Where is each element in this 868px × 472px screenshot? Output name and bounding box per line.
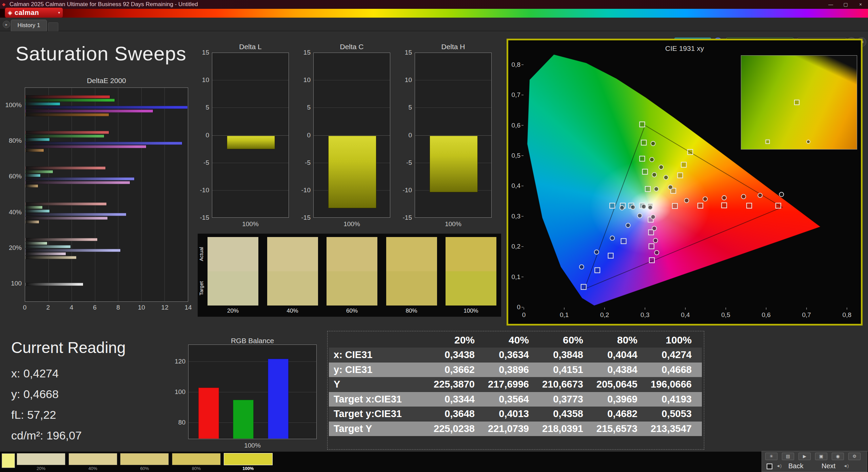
cie-plot-area: CIE 1931 xy 000,10,10,20,20,30,30,40,40,…	[508, 40, 861, 324]
close-button[interactable]: ×	[853, 0, 868, 9]
table-cell: 0,3773	[539, 392, 593, 407]
deltae-gridline	[95, 88, 95, 301]
cie-inset-zoom	[741, 55, 857, 150]
deltae-bar	[25, 213, 126, 216]
pattern-swatch-20%[interactable]	[17, 453, 65, 465]
reading-line: fL: 57,22	[11, 408, 56, 421]
calman-logo-text: calman	[15, 9, 39, 17]
table-cell: 0,4384	[593, 362, 648, 377]
saturation-data-table: 20%40%60%80%100%x: CIE310,34380,36340,38…	[327, 331, 704, 450]
swatch-target-80%[interactable]	[386, 271, 437, 306]
cie-x-tick: 0,7	[796, 311, 817, 319]
pattern-toggle-checkbox[interactable]	[767, 464, 772, 469]
deltaC-gridline	[314, 107, 390, 108]
cluster-icon-button[interactable]: ▶	[798, 453, 811, 460]
title-bar: ◆ Calman 2025 Calman Ultimate for Busine…	[0, 0, 868, 9]
swatch-target-60%[interactable]	[327, 271, 377, 306]
deltae-bar	[25, 184, 38, 188]
deltae-group-label: 60%	[0, 173, 22, 180]
swatch-actual-40%[interactable]	[267, 237, 318, 271]
cluster-icon-button[interactable]: ▣	[815, 453, 827, 460]
collapse-panel-button[interactable]: ▸	[3, 21, 10, 28]
rgb-title: RGB Balance	[188, 337, 317, 345]
deltae-gridline	[164, 88, 165, 301]
deltae-bar	[25, 206, 43, 209]
deltaL-y-tick: 15	[193, 49, 209, 56]
cie-measured-marker	[779, 192, 784, 197]
deltaH-y-tick: 15	[396, 49, 412, 56]
rgb-bar-green	[233, 400, 254, 439]
deltaC-y-tick: 10	[294, 76, 311, 84]
swatch-column-label: 40%	[267, 308, 318, 314]
cluster-icon-button[interactable]: ⚙	[848, 453, 861, 460]
tab-stub[interactable]	[48, 22, 58, 31]
table-row: Target y:CIE310,36480,40130,43580,46820,…	[329, 407, 702, 421]
deltaH-y-tick: 5	[396, 104, 412, 111]
deltae-group-label: 80%	[0, 137, 22, 144]
deltaL-plot[interactable]	[212, 53, 289, 218]
pattern-swatch-80%[interactable]	[172, 453, 221, 465]
deltae-gridline	[118, 88, 118, 301]
cluster-icon-button[interactable]: ✳	[765, 453, 777, 460]
cie-y-tick: 0,6	[508, 122, 520, 129]
calman-logo-button[interactable]: ◈ calman ▾	[5, 7, 63, 18]
rgb-bar-red	[198, 388, 219, 439]
deltae-title: DeltaE 2000	[25, 77, 188, 85]
swatch-target-20%[interactable]	[208, 271, 258, 306]
deltae-bar	[25, 131, 109, 134]
table-cell: 221,0739	[485, 421, 539, 436]
cluster-icon-button[interactable]: ▤	[782, 453, 794, 460]
pattern-swatch-label: 80%	[172, 466, 221, 471]
swatch-actual-80%[interactable]	[386, 237, 437, 271]
deltaH-title: Delta H	[415, 43, 492, 51]
deltae-bar	[25, 283, 83, 286]
pattern-swatch-40%[interactable]	[68, 453, 117, 465]
deltae-plot[interactable]	[25, 87, 188, 302]
deltaL-y-tick: -15	[193, 214, 209, 221]
deltae-x-tick: 12	[158, 304, 172, 311]
deltaC-plot[interactable]	[313, 53, 390, 218]
table-cell: 225,3870	[431, 377, 485, 392]
deltae-bar	[25, 95, 110, 98]
cie-y-tick: 0,8	[508, 61, 520, 68]
deltae-bar	[25, 99, 115, 102]
cie-x-tick: 0,6	[756, 311, 776, 319]
rgb-x-label: 100%	[188, 442, 317, 449]
swatch-actual-20%[interactable]	[208, 237, 258, 271]
rgb-plot[interactable]	[188, 345, 317, 439]
swatch-target-100%[interactable]	[446, 271, 496, 306]
table-cell: 0,4358	[539, 407, 593, 421]
current-reading-title: Current Reading	[11, 338, 126, 357]
brand-gradient-strip	[0, 9, 868, 18]
cie-chart-panel[interactable]: CIE 1931 xy 000,10,10,20,20,30,30,40,40,…	[507, 39, 863, 326]
deltaC-y-tick: -5	[294, 159, 311, 166]
deltae-bar	[25, 170, 53, 173]
maximize-button[interactable]: ▢	[838, 0, 853, 9]
current-patch-swatch[interactable]	[2, 453, 15, 468]
next-button[interactable]: Next	[822, 462, 835, 470]
cie-x-tick: 0,4	[675, 311, 695, 319]
table-header-cell: 40%	[485, 333, 539, 348]
swatch-target-40%[interactable]	[267, 271, 318, 306]
deltaL-y-tick: -5	[193, 159, 209, 166]
pattern-swatch-60%[interactable]	[120, 453, 169, 465]
deltae-group-label: 40%	[0, 209, 22, 216]
cie-x-tick: 0,3	[635, 311, 655, 319]
tab-history-1[interactable]: History 1	[11, 20, 47, 31]
swatch-actual-60%[interactable]	[327, 237, 377, 271]
table-row-label: Target x:CIE31	[329, 392, 431, 407]
back-button[interactable]: Back	[788, 462, 803, 470]
cluster-icon-button[interactable]: ◉	[832, 453, 844, 460]
table-header-cell: 80%	[593, 333, 648, 348]
minimize-button[interactable]: —	[823, 0, 838, 9]
deltae-bar	[25, 102, 60, 105]
deltaH-plot[interactable]	[415, 53, 492, 218]
swatch-actual-100%[interactable]	[446, 237, 496, 271]
deltae-bar	[25, 242, 47, 245]
cie-x-tick: 0,2	[594, 311, 615, 319]
deltae-group-label: 20%	[0, 244, 22, 252]
swatch-column-label: 80%	[386, 308, 437, 314]
table-header-cell: 60%	[539, 333, 593, 348]
pattern-swatch-100%[interactable]	[224, 453, 273, 465]
cie-y-tick: 0,3	[508, 213, 520, 220]
